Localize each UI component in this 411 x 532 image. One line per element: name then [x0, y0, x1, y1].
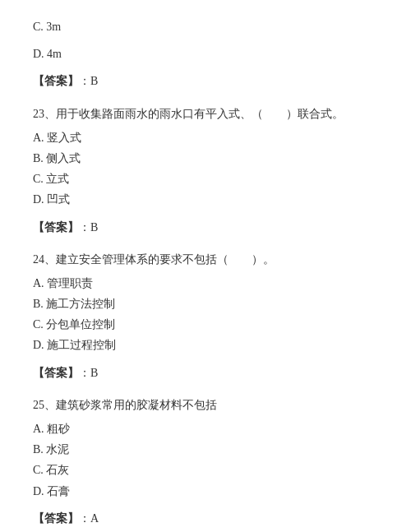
- question-24: 24、建立安全管理体系的要求不包括（ ）。 A. 管理职责 B. 施工方法控制 …: [33, 249, 378, 356]
- answer-text: 【答案】：A: [33, 512, 99, 525]
- option-24-c: C. 分包单位控制: [33, 314, 378, 335]
- option-23-a: A. 竖入式: [33, 127, 378, 148]
- option-text: C. 3m: [33, 16, 378, 37]
- question-25: 25、建筑砂浆常用的胶凝材料不包括 A. 粗砂 B. 水泥 C. 石灰 D. 石…: [33, 395, 378, 502]
- question-25-text: 25、建筑砂浆常用的胶凝材料不包括: [33, 395, 378, 415]
- option-25-c: C. 石灰: [33, 460, 378, 480]
- question-24-text: 24、建立安全管理体系的要求不包括（ ）。: [33, 249, 378, 270]
- question-23-text: 23、用于收集路面雨水的雨水口有平入式、（ ）联合式。: [33, 104, 378, 124]
- answer-22: 【答案】：B: [33, 71, 378, 91]
- option-24-b: B. 施工方法控制: [33, 294, 378, 314]
- option-d-4m: D. 4m: [33, 44, 378, 64]
- option-25-a: A. 粗砂: [33, 419, 378, 439]
- option-text: D. 4m: [33, 44, 378, 64]
- option-25-b: B. 水泥: [33, 439, 378, 460]
- option-c-3m: C. 3m: [33, 16, 378, 37]
- answer-text: 【答案】：B: [33, 367, 98, 379]
- answer-text: 【答案】：B: [33, 221, 98, 234]
- answer-text: 【答案】：B: [33, 75, 98, 87]
- option-23-b: B. 侧入式: [33, 148, 378, 169]
- answer-23: 【答案】：B: [33, 217, 378, 238]
- option-25-d: D. 石膏: [33, 481, 378, 502]
- question-23: 23、用于收集路面雨水的雨水口有平入式、（ ）联合式。 A. 竖入式 B. 侧入…: [33, 104, 378, 210]
- option-23-c: C. 立式: [33, 169, 378, 189]
- answer-24: 【答案】：B: [33, 363, 378, 383]
- answer-25: 【答案】：A: [33, 508, 378, 529]
- option-23-d: D. 凹式: [33, 189, 378, 210]
- option-24-d: D. 施工过程控制: [33, 335, 378, 355]
- page-content: C. 3m D. 4m 【答案】：B 23、用于收集路面雨水的雨水口有平入式、（…: [33, 16, 378, 532]
- option-24-a: A. 管理职责: [33, 273, 378, 294]
